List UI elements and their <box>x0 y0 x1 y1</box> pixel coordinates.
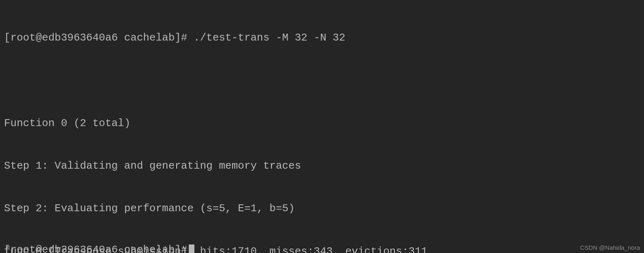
step1-line: Step 1: Validating and generating memory… <box>4 159 640 173</box>
watermark-text: CSDN @Nahida_nora <box>580 244 640 252</box>
step2-line: Step 2: Evaluating performance (s=5, E=1… <box>4 202 640 216</box>
partial-prompt-row: [root@edb3963640a6 cachelab]# <box>4 243 194 253</box>
partial-prompt: [root@edb3963640a6 cachelab]# <box>4 243 187 253</box>
command-prompt-line: [root@edb3963640a6 cachelab]# ./test-tra… <box>4 31 640 45</box>
blank-line <box>4 73 640 88</box>
cursor-icon <box>189 244 194 253</box>
function0-header: Function 0 (2 total) <box>4 116 640 131</box>
terminal-output[interactable]: [root@edb3963640a6 cachelab]# ./test-tra… <box>4 2 640 253</box>
